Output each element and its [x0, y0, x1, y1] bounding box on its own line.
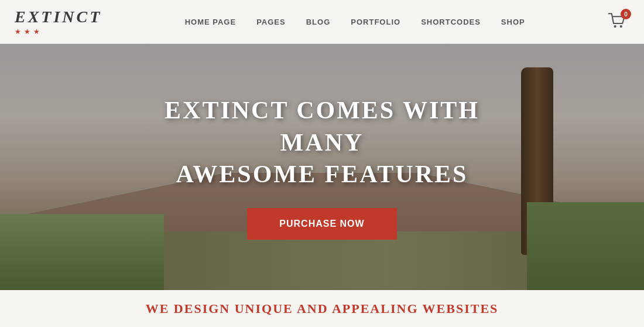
main-nav: HOME PAGE PAGES BLOG PORTFOLIO SHORTCODE… — [185, 18, 525, 26]
logo-stars: ★ ★ ★ — [15, 28, 40, 36]
hero-title: EXTINCT COMES WITH MANY AWESOME FEATURES — [141, 94, 503, 190]
nav-shortcodes[interactable]: SHORTCODES — [421, 18, 481, 26]
tagline-text: WE DESIGN UNIQUE AND APPEALING WEBSITES — [146, 301, 499, 316]
hero-section: EXTINCT COMES WITH MANY AWESOME FEATURES… — [0, 44, 644, 290]
nav-blog[interactable]: BLOG — [306, 18, 331, 26]
svg-point-1 — [620, 25, 622, 28]
nav-portfolio[interactable]: PORTFOLIO — [351, 18, 400, 26]
svg-point-0 — [614, 25, 616, 28]
star-1: ★ — [15, 28, 21, 36]
star-2: ★ — [24, 28, 30, 36]
cart-badge: 0 — [621, 9, 631, 19]
nav-pages[interactable]: PAGES — [256, 18, 286, 26]
nav-home-page[interactable]: HOME PAGE — [185, 18, 237, 26]
logo[interactable]: EXTINCT ★ ★ ★ — [15, 8, 102, 36]
nav-shop[interactable]: SHOP — [501, 18, 525, 26]
footer-tagline-section: WE DESIGN UNIQUE AND APPEALING WEBSITES — [0, 290, 644, 327]
cart-button[interactable]: 0 — [608, 12, 626, 31]
header: EXTINCT ★ ★ ★ HOME PAGE PAGES BLOG PORTF… — [0, 0, 644, 44]
logo-text: EXTINCT — [15, 8, 102, 26]
star-3: ★ — [33, 28, 40, 36]
purchase-now-button[interactable]: Purchase Now — [247, 208, 396, 240]
hero-title-line1: EXTINCT COMES WITH MANY — [165, 97, 479, 156]
hero-content: EXTINCT COMES WITH MANY AWESOME FEATURES… — [0, 44, 644, 290]
hero-title-line2: AWESOME FEATURES — [176, 161, 468, 188]
